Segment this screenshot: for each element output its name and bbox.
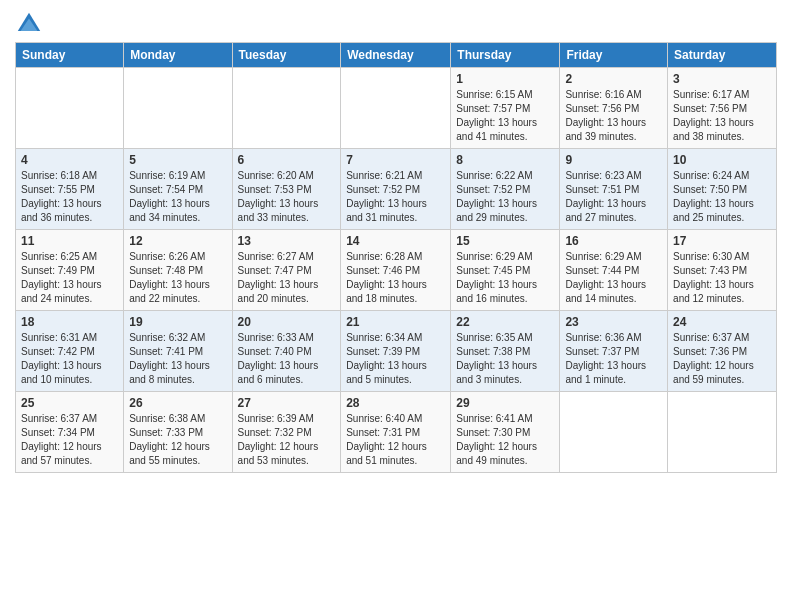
day-number: 26: [129, 396, 226, 410]
calendar-cell: 15Sunrise: 6:29 AM Sunset: 7:45 PM Dayli…: [451, 230, 560, 311]
calendar-cell: 26Sunrise: 6:38 AM Sunset: 7:33 PM Dayli…: [124, 392, 232, 473]
cell-content: Sunrise: 6:24 AM Sunset: 7:50 PM Dayligh…: [673, 169, 771, 225]
day-number: 28: [346, 396, 445, 410]
header: [15, 10, 777, 38]
cell-content: Sunrise: 6:36 AM Sunset: 7:37 PM Dayligh…: [565, 331, 662, 387]
calendar-week-4: 18Sunrise: 6:31 AM Sunset: 7:42 PM Dayli…: [16, 311, 777, 392]
header-sunday: Sunday: [16, 43, 124, 68]
cell-content: Sunrise: 6:27 AM Sunset: 7:47 PM Dayligh…: [238, 250, 336, 306]
day-number: 9: [565, 153, 662, 167]
cell-content: Sunrise: 6:29 AM Sunset: 7:44 PM Dayligh…: [565, 250, 662, 306]
calendar-cell: 9Sunrise: 6:23 AM Sunset: 7:51 PM Daylig…: [560, 149, 668, 230]
logo: [15, 10, 47, 38]
calendar-cell: [560, 392, 668, 473]
day-number: 6: [238, 153, 336, 167]
day-number: 15: [456, 234, 554, 248]
cell-content: Sunrise: 6:33 AM Sunset: 7:40 PM Dayligh…: [238, 331, 336, 387]
calendar-cell: [232, 68, 341, 149]
cell-content: Sunrise: 6:20 AM Sunset: 7:53 PM Dayligh…: [238, 169, 336, 225]
cell-content: Sunrise: 6:18 AM Sunset: 7:55 PM Dayligh…: [21, 169, 118, 225]
calendar-cell: 21Sunrise: 6:34 AM Sunset: 7:39 PM Dayli…: [341, 311, 451, 392]
calendar-cell: 12Sunrise: 6:26 AM Sunset: 7:48 PM Dayli…: [124, 230, 232, 311]
cell-content: Sunrise: 6:19 AM Sunset: 7:54 PM Dayligh…: [129, 169, 226, 225]
header-monday: Monday: [124, 43, 232, 68]
calendar-cell: 28Sunrise: 6:40 AM Sunset: 7:31 PM Dayli…: [341, 392, 451, 473]
calendar-cell: 18Sunrise: 6:31 AM Sunset: 7:42 PM Dayli…: [16, 311, 124, 392]
logo-icon: [15, 10, 43, 38]
cell-content: Sunrise: 6:23 AM Sunset: 7:51 PM Dayligh…: [565, 169, 662, 225]
day-number: 17: [673, 234, 771, 248]
calendar-cell: 19Sunrise: 6:32 AM Sunset: 7:41 PM Dayli…: [124, 311, 232, 392]
day-number: 8: [456, 153, 554, 167]
cell-content: Sunrise: 6:26 AM Sunset: 7:48 PM Dayligh…: [129, 250, 226, 306]
day-number: 14: [346, 234, 445, 248]
calendar-cell: 29Sunrise: 6:41 AM Sunset: 7:30 PM Dayli…: [451, 392, 560, 473]
header-saturday: Saturday: [668, 43, 777, 68]
calendar-cell: 13Sunrise: 6:27 AM Sunset: 7:47 PM Dayli…: [232, 230, 341, 311]
calendar-cell: 11Sunrise: 6:25 AM Sunset: 7:49 PM Dayli…: [16, 230, 124, 311]
calendar-cell: 27Sunrise: 6:39 AM Sunset: 7:32 PM Dayli…: [232, 392, 341, 473]
day-number: 29: [456, 396, 554, 410]
cell-content: Sunrise: 6:37 AM Sunset: 7:34 PM Dayligh…: [21, 412, 118, 468]
calendar-table: SundayMondayTuesdayWednesdayThursdayFrid…: [15, 42, 777, 473]
header-friday: Friday: [560, 43, 668, 68]
calendar-cell: 23Sunrise: 6:36 AM Sunset: 7:37 PM Dayli…: [560, 311, 668, 392]
calendar-cell: 25Sunrise: 6:37 AM Sunset: 7:34 PM Dayli…: [16, 392, 124, 473]
calendar-cell: 6Sunrise: 6:20 AM Sunset: 7:53 PM Daylig…: [232, 149, 341, 230]
calendar-cell: [16, 68, 124, 149]
day-number: 4: [21, 153, 118, 167]
cell-content: Sunrise: 6:25 AM Sunset: 7:49 PM Dayligh…: [21, 250, 118, 306]
calendar-week-5: 25Sunrise: 6:37 AM Sunset: 7:34 PM Dayli…: [16, 392, 777, 473]
day-number: 10: [673, 153, 771, 167]
day-number: 19: [129, 315, 226, 329]
calendar-week-3: 11Sunrise: 6:25 AM Sunset: 7:49 PM Dayli…: [16, 230, 777, 311]
day-number: 23: [565, 315, 662, 329]
day-number: 3: [673, 72, 771, 86]
cell-content: Sunrise: 6:37 AM Sunset: 7:36 PM Dayligh…: [673, 331, 771, 387]
cell-content: Sunrise: 6:28 AM Sunset: 7:46 PM Dayligh…: [346, 250, 445, 306]
calendar-cell: [668, 392, 777, 473]
day-number: 18: [21, 315, 118, 329]
day-number: 2: [565, 72, 662, 86]
day-number: 22: [456, 315, 554, 329]
header-tuesday: Tuesday: [232, 43, 341, 68]
cell-content: Sunrise: 6:17 AM Sunset: 7:56 PM Dayligh…: [673, 88, 771, 144]
calendar-cell: 1Sunrise: 6:15 AM Sunset: 7:57 PM Daylig…: [451, 68, 560, 149]
cell-content: Sunrise: 6:40 AM Sunset: 7:31 PM Dayligh…: [346, 412, 445, 468]
cell-content: Sunrise: 6:29 AM Sunset: 7:45 PM Dayligh…: [456, 250, 554, 306]
day-number: 25: [21, 396, 118, 410]
day-number: 13: [238, 234, 336, 248]
day-number: 5: [129, 153, 226, 167]
calendar-week-1: 1Sunrise: 6:15 AM Sunset: 7:57 PM Daylig…: [16, 68, 777, 149]
calendar-cell: 7Sunrise: 6:21 AM Sunset: 7:52 PM Daylig…: [341, 149, 451, 230]
day-number: 21: [346, 315, 445, 329]
calendar-week-2: 4Sunrise: 6:18 AM Sunset: 7:55 PM Daylig…: [16, 149, 777, 230]
header-wednesday: Wednesday: [341, 43, 451, 68]
calendar-cell: 14Sunrise: 6:28 AM Sunset: 7:46 PM Dayli…: [341, 230, 451, 311]
day-number: 1: [456, 72, 554, 86]
calendar-cell: 4Sunrise: 6:18 AM Sunset: 7:55 PM Daylig…: [16, 149, 124, 230]
calendar-cell: 20Sunrise: 6:33 AM Sunset: 7:40 PM Dayli…: [232, 311, 341, 392]
calendar-cell: 5Sunrise: 6:19 AM Sunset: 7:54 PM Daylig…: [124, 149, 232, 230]
cell-content: Sunrise: 6:39 AM Sunset: 7:32 PM Dayligh…: [238, 412, 336, 468]
header-thursday: Thursday: [451, 43, 560, 68]
calendar-cell: 3Sunrise: 6:17 AM Sunset: 7:56 PM Daylig…: [668, 68, 777, 149]
calendar-cell: 24Sunrise: 6:37 AM Sunset: 7:36 PM Dayli…: [668, 311, 777, 392]
cell-content: Sunrise: 6:38 AM Sunset: 7:33 PM Dayligh…: [129, 412, 226, 468]
calendar-cell: [341, 68, 451, 149]
cell-content: Sunrise: 6:31 AM Sunset: 7:42 PM Dayligh…: [21, 331, 118, 387]
calendar-cell: 22Sunrise: 6:35 AM Sunset: 7:38 PM Dayli…: [451, 311, 560, 392]
day-number: 20: [238, 315, 336, 329]
calendar-cell: 16Sunrise: 6:29 AM Sunset: 7:44 PM Dayli…: [560, 230, 668, 311]
cell-content: Sunrise: 6:16 AM Sunset: 7:56 PM Dayligh…: [565, 88, 662, 144]
calendar-header-row: SundayMondayTuesdayWednesdayThursdayFrid…: [16, 43, 777, 68]
cell-content: Sunrise: 6:41 AM Sunset: 7:30 PM Dayligh…: [456, 412, 554, 468]
cell-content: Sunrise: 6:21 AM Sunset: 7:52 PM Dayligh…: [346, 169, 445, 225]
cell-content: Sunrise: 6:15 AM Sunset: 7:57 PM Dayligh…: [456, 88, 554, 144]
day-number: 24: [673, 315, 771, 329]
calendar-cell: 8Sunrise: 6:22 AM Sunset: 7:52 PM Daylig…: [451, 149, 560, 230]
calendar-cell: 17Sunrise: 6:30 AM Sunset: 7:43 PM Dayli…: [668, 230, 777, 311]
day-number: 7: [346, 153, 445, 167]
cell-content: Sunrise: 6:34 AM Sunset: 7:39 PM Dayligh…: [346, 331, 445, 387]
calendar-cell: 2Sunrise: 6:16 AM Sunset: 7:56 PM Daylig…: [560, 68, 668, 149]
